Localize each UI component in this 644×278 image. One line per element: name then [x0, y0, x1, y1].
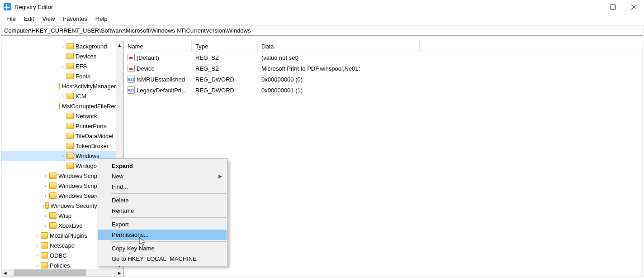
value-type: REG_DWORD — [192, 76, 258, 83]
menu-edit[interactable]: Edit — [20, 14, 38, 23]
tree-item[interactable]: TileDataModel — [1, 131, 116, 141]
expander-icon[interactable]: › — [42, 173, 49, 178]
menu-separator — [111, 241, 226, 242]
folder-icon — [41, 262, 48, 268]
context-menu-item[interactable]: Copy Key Name — [98, 243, 227, 254]
folder-icon — [49, 222, 57, 229]
value-data: 0x00000000 (0) — [258, 76, 420, 83]
scroll-track-h[interactable] — [9, 269, 116, 277]
expander-icon[interactable]: › — [42, 213, 49, 218]
folder-icon — [66, 113, 74, 119]
expander-icon[interactable]: › — [42, 223, 49, 228]
menu-help[interactable]: Help — [92, 14, 111, 23]
list-item[interactable]: abDeviceREG_SZMicrosoft Print to PDF,win… — [124, 63, 643, 74]
expander-icon[interactable]: › — [42, 183, 49, 188]
values-list[interactable]: ab(Default)REG_SZ(value not set)abDevice… — [124, 52, 643, 96]
tree-item[interactable]: ›ICM — [1, 91, 116, 101]
context-menu-item[interactable]: Delete — [98, 195, 227, 206]
tree-item[interactable]: TokenBroker — [1, 141, 116, 151]
folder-icon — [49, 192, 57, 199]
folder-icon — [66, 73, 74, 79]
context-menu-item[interactable]: Rename — [98, 206, 227, 216]
tree-item-label: EFS — [76, 63, 87, 70]
window-title: Registry Editor — [14, 4, 53, 10]
expander-icon[interactable]: › — [33, 253, 41, 258]
context-menu-item[interactable]: Expand — [98, 161, 227, 171]
address-text: Computer\HKEY_CURRENT_USER\Software\Micr… — [4, 27, 251, 34]
value-type: REG_DWORD — [192, 87, 258, 94]
scroll-right-button[interactable]: ▸ — [116, 269, 123, 277]
context-menu-label: Permissions... — [112, 231, 149, 238]
folder-icon — [49, 182, 57, 189]
scroll-up-button[interactable]: ▴ — [116, 41, 123, 49]
folder-icon — [41, 242, 48, 249]
folder-icon — [45, 202, 49, 209]
value-name: LegacyDefaultPri... — [137, 87, 186, 94]
close-button[interactable] — [623, 0, 644, 14]
scroll-left-button[interactable]: ◂ — [1, 269, 9, 277]
tree-item-label: Policies — [50, 262, 70, 269]
menu-file[interactable]: File — [3, 14, 19, 23]
menu-favorites[interactable]: Favorites — [59, 14, 90, 23]
value-type: REG_SZ — [192, 65, 258, 72]
context-menu-item[interactable]: New▶ — [98, 171, 227, 182]
folder-icon — [66, 63, 74, 69]
expander-icon[interactable]: › — [33, 263, 41, 268]
tree-item-label: PrinterPorts — [76, 123, 107, 129]
regedit-icon — [4, 3, 11, 10]
value-data: Microsoft Print to PDF,winspool,Ne01: — [258, 65, 420, 72]
list-item[interactable]: ab(Default)REG_SZ(value not set) — [124, 52, 643, 63]
context-menu-item[interactable]: Find... — [98, 182, 227, 192]
expander-icon[interactable]: › — [33, 243, 41, 248]
tree-item-label: Fonts — [76, 73, 90, 80]
col-header-type[interactable]: Type — [192, 41, 258, 52]
tree-item[interactable]: HostActivityManager — [1, 81, 116, 91]
tree-item-label: Windows Search — [58, 192, 103, 199]
expander-icon[interactable]: › — [59, 153, 66, 158]
menubar: File Edit View Favorites Help — [0, 14, 644, 25]
address-bar[interactable]: Computer\HKEY_CURRENT_USER\Software\Micr… — [1, 25, 643, 36]
tree-item[interactable]: Fonts — [1, 71, 116, 81]
folder-icon — [59, 103, 60, 109]
expander-icon[interactable]: › — [59, 43, 66, 49]
tree-item[interactable]: ›EFS — [1, 61, 116, 71]
menu-view[interactable]: View — [38, 14, 58, 23]
folder-icon — [66, 43, 74, 49]
tree-horizontal-scrollbar[interactable]: ◂ ▸ — [1, 269, 123, 277]
value-data: (value not set) — [258, 54, 420, 61]
string-value-icon: ab — [128, 65, 135, 72]
context-menu-label: New — [112, 173, 123, 180]
tree-item[interactable]: Devices — [1, 51, 116, 61]
svg-rect-1 — [611, 5, 615, 9]
tree-item-label: Wisp — [58, 212, 71, 219]
tree-item-label: ODBC — [50, 252, 67, 259]
expander-icon[interactable]: › — [42, 203, 45, 208]
tree-item[interactable]: Network — [1, 111, 116, 121]
values-header: Name Type Data — [124, 41, 643, 52]
expander-icon[interactable]: › — [59, 93, 66, 99]
scroll-thumb-h[interactable] — [14, 269, 86, 276]
col-header-data[interactable]: Data — [258, 41, 420, 52]
maximize-button[interactable] — [602, 0, 623, 14]
context-menu-item[interactable]: Permissions... — [98, 230, 227, 240]
context-menu-item[interactable]: Export — [98, 219, 227, 230]
folder-icon — [66, 93, 74, 99]
expander-icon[interactable]: › — [42, 193, 49, 198]
context-menu-label: Find... — [112, 183, 128, 190]
expander-icon[interactable]: › — [59, 63, 66, 69]
expander-icon[interactable]: › — [33, 233, 41, 238]
list-item[interactable]: 011IsMRUEstablishedREG_DWORD0x00000000 (… — [124, 74, 643, 85]
tree-item-label: Devices — [76, 53, 96, 60]
tree-item[interactable]: PrinterPorts — [1, 121, 116, 131]
context-menu-item[interactable]: Go to HKEY_LOCAL_MACHINE — [98, 254, 227, 264]
value-name: IsMRUEstablished — [137, 76, 185, 83]
tree-item[interactable]: MsiCorruptedFileRecovery — [1, 101, 116, 111]
context-menu-label: Delete — [112, 197, 129, 204]
folder-icon — [66, 123, 74, 129]
context-menu-label: Go to HKEY_LOCAL_MACHINE — [112, 255, 197, 262]
tree-item[interactable]: ›Background — [1, 41, 116, 51]
col-header-name[interactable]: Name — [124, 41, 192, 52]
minimize-button[interactable] — [582, 0, 602, 14]
list-item[interactable]: 011LegacyDefaultPri...REG_DWORD0x0000000… — [124, 85, 643, 96]
tree-item-label: MsiCorruptedFileRecovery — [62, 103, 116, 110]
